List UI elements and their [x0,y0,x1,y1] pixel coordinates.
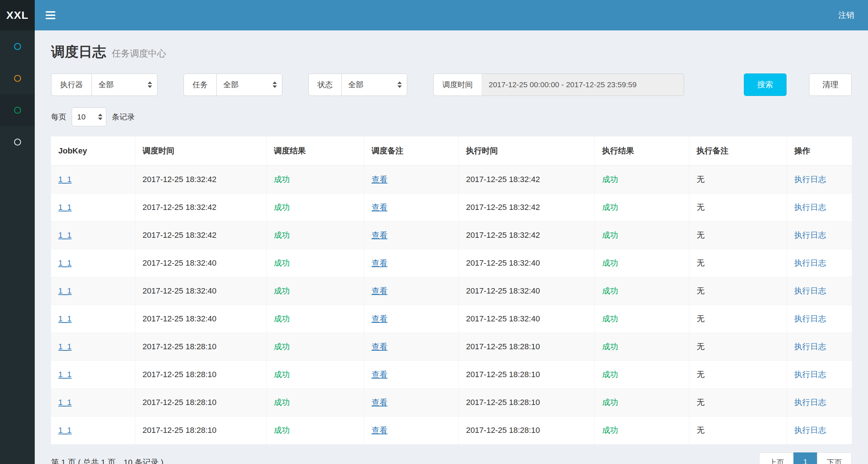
trigger-msg-link[interactable]: 查看 [371,342,387,351]
handle-time-cell: 2017-12-25 18:32:42 [459,222,595,249]
handle-result-text: 成功 [602,231,618,240]
jobkey-link[interactable]: 1_1 [58,426,72,435]
col-handle-result[interactable]: 执行结果 [595,136,689,166]
app-logo[interactable]: XXL [0,0,35,30]
jobkey-link[interactable]: 1_1 [58,231,72,240]
clear-button[interactable]: 清理 [809,73,852,96]
select-caret-icon [98,114,102,120]
status-select[interactable]: 全部 [341,73,407,96]
jobkey-link[interactable]: 1_1 [58,286,72,295]
trigger-result-text: 成功 [274,286,290,295]
exec-log-link[interactable]: 执行日志 [794,398,826,407]
sidebar-item-job-log[interactable] [0,94,35,126]
handle-time-cell: 2017-12-25 18:28:10 [459,389,595,417]
exec-log-link[interactable]: 执行日志 [794,370,826,379]
page-subtitle: 任务调度中心 [112,47,166,59]
table-footer: 第 1 页 ( 总共 1 页，10 条记录 ) 上页 1 下页 [51,452,852,464]
jobkey-link[interactable]: 1_1 [58,398,72,407]
jobkey-link[interactable]: 1_1 [58,370,72,379]
exec-log-link[interactable]: 执行日志 [794,314,826,323]
trigger-msg-link[interactable]: 查看 [371,398,387,407]
status-selected-value: 全部 [348,80,363,90]
executor-select[interactable]: 全部 [92,73,157,96]
trigger-time-cell: 2017-12-25 18:28:10 [135,361,266,389]
trigger-msg-link[interactable]: 查看 [371,286,387,295]
page-size-select[interactable]: 10 [72,107,106,126]
col-trigger-msg[interactable]: 调度备注 [364,136,459,166]
trigger-msg-link[interactable]: 查看 [371,203,387,212]
handle-msg-cell: 无 [689,305,787,333]
select-caret-icon [397,81,402,88]
trigger-time-label: 调度时间 [433,73,481,96]
handle-time-cell: 2017-12-25 18:32:40 [459,277,595,305]
col-handle-msg[interactable]: 执行备注 [689,136,787,166]
handle-msg-cell: 无 [689,389,787,417]
handle-result-text: 成功 [602,175,618,184]
trigger-time-cell: 2017-12-25 18:28:10 [135,333,266,361]
table-header-row: JobKey 调度时间 调度结果 调度备注 执行时间 执行结果 执行备注 操作 [51,136,852,166]
sidebar-item-job-manage[interactable] [0,62,35,94]
col-trigger-time[interactable]: 调度时间 [135,136,266,166]
sidebar-item-executor-manage[interactable] [0,126,35,158]
trigger-time-cell: 2017-12-25 18:32:40 [135,249,266,277]
exec-log-link[interactable]: 执行日志 [794,175,826,184]
trigger-msg-link[interactable]: 查看 [371,231,387,240]
top-navbar: XXL 注销 [0,0,868,30]
trigger-msg-link[interactable]: 查看 [371,258,387,267]
col-handle-time[interactable]: 执行时间 [459,136,595,166]
handle-result-text: 成功 [602,370,618,379]
exec-log-link[interactable]: 执行日志 [794,231,826,240]
job-select[interactable]: 全部 [216,73,282,96]
trigger-msg-link[interactable]: 查看 [371,314,387,323]
handle-msg-cell: 无 [689,222,787,249]
exec-log-link[interactable]: 执行日志 [794,426,826,435]
exec-log-link[interactable]: 执行日志 [794,342,826,351]
exec-log-link[interactable]: 执行日志 [794,258,826,267]
trigger-msg-link[interactable]: 查看 [371,370,387,379]
handle-msg-cell: 无 [689,166,787,194]
exec-log-link[interactable]: 执行日志 [794,203,826,212]
handle-time-cell: 2017-12-25 18:32:40 [459,305,595,333]
sidebar-item-dashboard[interactable] [0,30,35,62]
sidebar-toggle-icon[interactable] [35,0,66,30]
exec-log-link[interactable]: 执行日志 [794,286,826,295]
handle-msg-cell: 无 [689,277,787,305]
col-trigger-result[interactable]: 调度结果 [266,136,364,166]
trigger-result-text: 成功 [274,231,290,240]
table-row: 1_1 2017-12-25 18:32:40 成功 查看 2017-12-25… [51,305,852,333]
search-button[interactable]: 搜索 [744,73,787,96]
jobkey-link[interactable]: 1_1 [58,342,72,351]
page-size-row: 每页 10 条记录 [51,107,852,126]
page-1-button[interactable]: 1 [793,452,817,464]
handle-time-cell: 2017-12-25 18:32:42 [459,194,595,222]
page-size-label-before: 每页 [51,112,66,122]
trigger-result-text: 成功 [274,398,290,407]
page-title: 调度日志 [51,43,106,61]
handle-time-cell: 2017-12-25 18:28:10 [459,417,595,444]
jobkey-link[interactable]: 1_1 [58,258,72,267]
prev-page-button[interactable]: 上页 [759,452,794,464]
sidebar-menu [0,30,35,464]
trigger-msg-link[interactable]: 查看 [371,426,387,435]
trigger-result-text: 成功 [274,175,290,184]
table-row: 1_1 2017-12-25 18:28:10 成功 查看 2017-12-25… [51,389,852,417]
handle-result-text: 成功 [602,258,618,267]
executor-manage-circle-icon [14,139,21,145]
main-content: 调度日志 任务调度中心 执行器 全部 任务 全部 状态 全部 调度时间 [35,30,868,464]
col-action[interactable]: 操作 [787,136,852,166]
jobkey-link[interactable]: 1_1 [58,175,72,184]
page-size-value: 10 [77,113,85,121]
logout-link[interactable]: 注销 [825,0,868,30]
select-caret-icon [273,81,277,88]
jobkey-link[interactable]: 1_1 [58,314,72,323]
jobkey-link[interactable]: 1_1 [58,203,72,212]
trigger-time-cell: 2017-12-25 18:32:42 [135,166,266,194]
log-table-body: 1_1 2017-12-25 18:32:42 成功 查看 2017-12-25… [51,166,852,444]
log-table: JobKey 调度时间 调度结果 调度备注 执行时间 执行结果 执行备注 操作 … [51,136,852,444]
pagination-summary: 第 1 页 ( 总共 1 页，10 条记录 ) [51,457,164,464]
next-page-button[interactable]: 下页 [817,452,852,464]
trigger-time-range-input[interactable] [481,73,684,96]
trigger-msg-link[interactable]: 查看 [371,175,387,184]
col-jobkey[interactable]: JobKey [51,136,135,166]
navbar-main: 注销 [35,0,868,30]
